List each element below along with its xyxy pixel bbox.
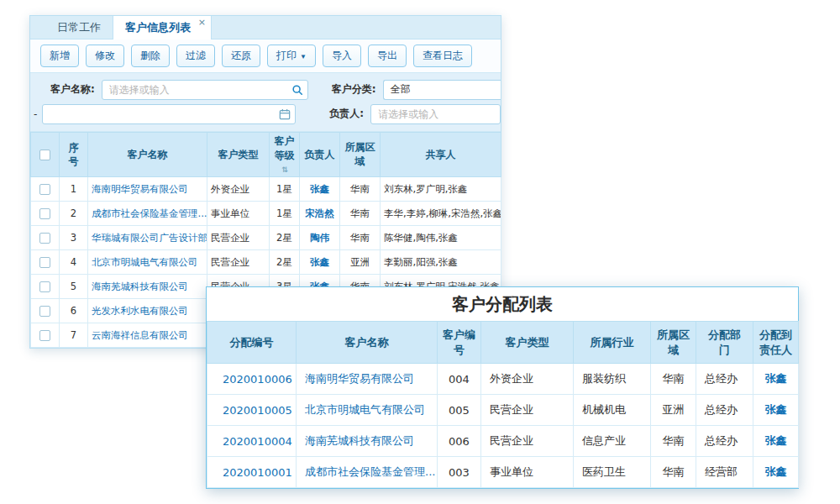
- col-header-alloc-no[interactable]: 分配编号: [207, 322, 297, 364]
- customer-name-link[interactable]: 云南海祥信息有限公司: [92, 329, 188, 341]
- date-range-dash: -: [34, 108, 37, 120]
- assignee-link[interactable]: 张鑫: [765, 372, 787, 385]
- cell-level: 2星: [270, 250, 300, 275]
- cell-customer-name: 华瑞城有限公司广告设计部: [88, 226, 207, 250]
- col-header-shared[interactable]: 共享人: [381, 133, 501, 177]
- cell-no: 2: [60, 202, 88, 226]
- row-checkbox[interactable]: [39, 306, 50, 317]
- customer-name-link[interactable]: 海南明华贸易有限公司: [305, 372, 414, 385]
- col-header-customer-type[interactable]: 客户类型: [207, 133, 270, 177]
- table-row[interactable]: 2020010004 海南芜城科技有限公司 006 民营企业 信息产业 华南 总…: [207, 426, 799, 457]
- table-row[interactable]: 2020010001 成都市社会保险基金管理... 003 事业单位 医药卫生 …: [207, 457, 799, 488]
- cell-region: 华南: [651, 457, 696, 488]
- assignee-link[interactable]: 张鑫: [765, 465, 787, 478]
- assignee-link[interactable]: 张鑫: [765, 403, 787, 416]
- add-button[interactable]: 新增: [40, 45, 79, 67]
- col-header-dept[interactable]: 分配部门: [696, 322, 753, 364]
- customer-name-link[interactable]: 北京市明城电气有限公司: [92, 256, 198, 268]
- calendar-icon[interactable]: [279, 108, 291, 120]
- col-header-owner[interactable]: 负责人: [300, 133, 340, 177]
- close-tab-icon[interactable]: ×: [198, 17, 206, 28]
- select-all-checkbox[interactable]: [39, 150, 50, 160]
- owner-link[interactable]: 宋浩然: [305, 207, 334, 219]
- customer-name-link[interactable]: 北京市明城电气有限公司: [305, 403, 425, 416]
- customer-category-select[interactable]: 全部: [383, 80, 501, 100]
- table-row[interactable]: 2 成都市社会保险基金管理... 事业单位 1星 宋浩然 华南 李华,李婷,柳琳…: [31, 202, 501, 226]
- cell-alloc-no: 2020010005: [207, 395, 297, 426]
- owner-input[interactable]: [370, 104, 501, 124]
- col-header-region[interactable]: 所属区域: [651, 322, 696, 364]
- cell-industry: 服装纺织: [574, 364, 651, 395]
- customer-table-header-row: 序号 客户名称 客户类型 客户等级⇅ 负责人 所属区域 共享人: [31, 133, 501, 177]
- row-checkbox[interactable]: [39, 184, 50, 195]
- owner-link[interactable]: 张鑫: [310, 183, 329, 195]
- customer-name-link[interactable]: 海南明华贸易有限公司: [92, 183, 188, 195]
- cell-region: 华南: [340, 177, 381, 202]
- customer-name-input[interactable]: [102, 80, 308, 100]
- owner-link[interactable]: 陶伟: [310, 232, 329, 244]
- customer-name-label: 客户名称:: [50, 82, 95, 97]
- search-icon[interactable]: [291, 84, 303, 96]
- customer-name-link[interactable]: 光发水利水电有限公司: [92, 305, 188, 317]
- table-row[interactable]: 1 海南明华贸易有限公司 外资企业 1星 张鑫 华南 刘东林,罗广明,张鑫: [31, 177, 501, 202]
- import-button[interactable]: 导入: [323, 45, 361, 67]
- allocation-table: 分配编号 客户名称 客户编号 客户类型 所属行业 所属区域 分配部门 分配到责任…: [207, 321, 799, 488]
- cell-customer-no: 004: [438, 364, 481, 395]
- cell-customer-no: 006: [438, 426, 481, 457]
- tab-daily-work[interactable]: 日常工作: [45, 16, 113, 39]
- print-button[interactable]: 打印▼: [267, 45, 316, 67]
- customer-name-link[interactable]: 成都市社会保险基金管理...: [305, 465, 435, 478]
- col-header-no[interactable]: 序号: [60, 133, 88, 177]
- row-checkbox[interactable]: [39, 281, 50, 292]
- restore-button[interactable]: 还原: [222, 45, 260, 67]
- sort-icon[interactable]: ⇅: [281, 165, 288, 174]
- view-log-button[interactable]: 查看日志: [413, 45, 472, 67]
- allocation-table-header-row: 分配编号 客户名称 客户编号 客户类型 所属行业 所属区域 分配部门 分配到责任…: [207, 322, 799, 364]
- customer-name-link[interactable]: 海南芜城科技有限公司: [92, 281, 188, 292]
- alloc-no-link[interactable]: 2020010004: [223, 435, 292, 448]
- row-checkbox[interactable]: [39, 208, 50, 219]
- delete-button[interactable]: 删除: [131, 45, 170, 67]
- owner-link[interactable]: 张鑫: [310, 256, 329, 268]
- customer-name-link[interactable]: 华瑞城有限公司广告设计部: [92, 232, 207, 244]
- col-header-customer-level[interactable]: 客户等级⇅: [270, 133, 300, 177]
- col-header-assignee[interactable]: 分配到责任人: [753, 322, 799, 364]
- tab-customer-info-list[interactable]: 客户信息列表 ×: [113, 16, 212, 39]
- cell-shared: 陈华健,陶伟,张鑫: [381, 226, 501, 250]
- alloc-no-link[interactable]: 2020010001: [223, 466, 292, 479]
- row-checkbox[interactable]: [39, 257, 50, 268]
- row-checkbox[interactable]: [39, 233, 50, 244]
- tab-label: 客户信息列表: [125, 20, 191, 35]
- customer-name-link[interactable]: 海南芜城科技有限公司: [305, 434, 414, 447]
- cell-alloc-no: 2020010004: [207, 426, 297, 457]
- cell-region: 华南: [340, 226, 381, 250]
- col-header-industry[interactable]: 所属行业: [574, 322, 651, 364]
- alloc-no-link[interactable]: 2020010005: [223, 404, 292, 417]
- cell-dept: 总经办: [696, 426, 753, 457]
- col-header-customer-name[interactable]: 客户名称: [297, 322, 438, 364]
- table-row[interactable]: 2020010005 北京市明城电气有限公司 005 民营企业 机械机电 亚洲 …: [207, 395, 799, 426]
- cell-shared: 李勤丽,阳强,张鑫: [381, 250, 501, 275]
- filter-area: 客户名称: 客户分类: 全部 - 负责人:: [30, 73, 501, 132]
- table-row[interactable]: 3 华瑞城有限公司广告设计部 民营企业 2星 陶伟 华南 陈华健,陶伟,张鑫: [31, 226, 501, 250]
- cell-no: 1: [60, 177, 88, 202]
- filter-button[interactable]: 过滤: [176, 45, 215, 67]
- table-row[interactable]: 2020010006 海南明华贸易有限公司 004 外资企业 服装纺织 华南 总…: [207, 364, 799, 395]
- export-button[interactable]: 导出: [368, 45, 407, 67]
- col-header-customer-name[interactable]: 客户名称: [88, 133, 207, 177]
- checkbox-cell: [31, 299, 60, 323]
- edit-button[interactable]: 修改: [86, 45, 124, 67]
- customer-name-link[interactable]: 成都市社会保险基金管理...: [92, 207, 207, 219]
- chevron-down-icon: ▼: [300, 53, 307, 60]
- cell-industry: 机械机电: [574, 395, 651, 426]
- assignee-link[interactable]: 张鑫: [765, 434, 787, 447]
- cell-shared: 刘东林,罗广明,张鑫: [381, 177, 501, 202]
- col-header-customer-type[interactable]: 客户类型: [481, 322, 574, 364]
- col-header-customer-no[interactable]: 客户编号: [438, 322, 481, 364]
- table-row[interactable]: 4 北京市明城电气有限公司 民营企业 2星 张鑫 亚洲 李勤丽,阳强,张鑫: [31, 250, 501, 275]
- alloc-no-link[interactable]: 2020010006: [223, 373, 292, 386]
- cell-no: 5: [60, 275, 88, 299]
- col-header-region[interactable]: 所属区域: [340, 133, 381, 177]
- row-checkbox[interactable]: [39, 330, 50, 341]
- date-input[interactable]: [42, 104, 296, 124]
